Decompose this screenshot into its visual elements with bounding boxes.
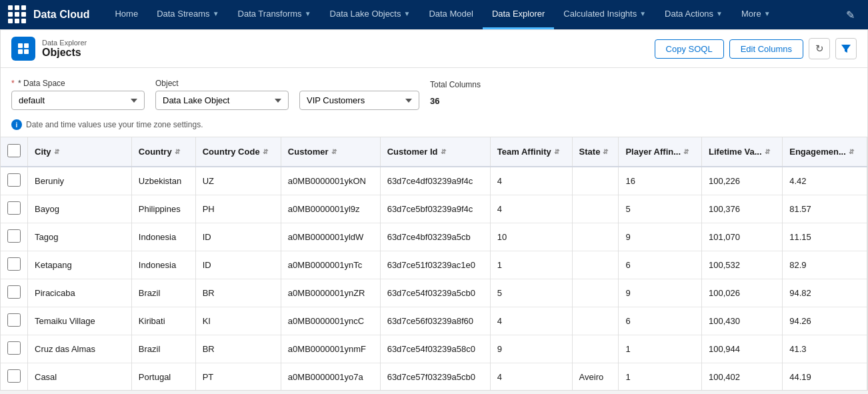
refresh-icon: ↻: [815, 43, 824, 55]
col-lifetime-va[interactable]: Lifetime Va... ⇵: [702, 137, 783, 167]
cell-lifetime-va: 101,070: [702, 223, 783, 251]
cell-lifetime-va: 100,430: [702, 307, 783, 335]
cell-country: Brazil: [131, 279, 195, 307]
col-customer-id[interactable]: Customer Id ⇵: [380, 137, 490, 167]
nav-home[interactable]: Home: [105, 0, 147, 29]
app-grid-icon[interactable]: [8, 5, 27, 24]
header-left: Data Explorer Objects: [11, 37, 87, 61]
col-team-affinity[interactable]: Team Affinity ⇵: [490, 137, 572, 167]
table-row: Ketapang Indonesia ID a0MB0000001ynTc 63…: [1, 251, 867, 279]
cell-country: Philippines: [131, 195, 195, 223]
object-select[interactable]: Data Lake Object Data Model Object Calcu…: [155, 91, 289, 110]
cell-customer-id: 63d7ce5bf03239a9f4c: [380, 195, 490, 223]
row-checkbox[interactable]: [1, 307, 28, 335]
svg-rect-1: [24, 43, 29, 48]
nav-data-actions[interactable]: Data Actions ▼: [655, 0, 732, 29]
row-checkbox[interactable]: [1, 195, 28, 223]
required-star: *: [11, 79, 15, 88]
cell-engagement: 4.42: [783, 167, 867, 195]
info-bar: i Date and time values use your time zon…: [1, 115, 867, 137]
header-bar: Data Explorer Objects Copy SOQL Edit Col…: [1, 30, 867, 68]
col-state[interactable]: State ⇵: [572, 137, 619, 167]
table-container[interactable]: City ⇵ Country ⇵ Country Code ⇵: [1, 137, 867, 390]
cell-player-affin: 5: [619, 195, 702, 223]
svg-rect-2: [18, 49, 23, 54]
cell-customer: a0MB0000001yldW: [281, 223, 380, 251]
cell-team-affinity: 4: [490, 195, 572, 223]
vip-customers-select[interactable]: VIP Customers: [299, 91, 419, 110]
col-city[interactable]: City ⇵: [28, 137, 132, 167]
content-area: Data Explorer Objects Copy SOQL Edit Col…: [0, 29, 868, 391]
total-columns-group: Total Columns 36: [430, 80, 481, 110]
cell-country-code: ID: [195, 223, 281, 251]
cell-engagement: 41.3: [783, 335, 867, 363]
cell-city: Piracicaba: [28, 279, 132, 307]
chevron-icon: ▼: [403, 10, 410, 17]
col-country-code[interactable]: Country Code ⇵: [195, 137, 281, 167]
col-player-affin[interactable]: Player Affin... ⇵: [619, 137, 702, 167]
total-columns-value: 36: [430, 92, 481, 110]
data-explorer-icon: [11, 37, 35, 61]
cell-country: Indonesia: [131, 223, 195, 251]
top-nav: Data Cloud Home Data Streams ▼ Data Tran…: [0, 0, 868, 29]
cell-country: Kiribati: [131, 307, 195, 335]
cell-city: Casal: [28, 363, 132, 391]
nav-data-model[interactable]: Data Model: [419, 0, 482, 29]
col-country[interactable]: Country ⇵: [131, 137, 195, 167]
cell-lifetime-va: 100,532: [702, 251, 783, 279]
row-checkbox[interactable]: [1, 251, 28, 279]
nav-data-transforms[interactable]: Data Transforms ▼: [229, 0, 321, 29]
chevron-icon: ▼: [639, 10, 646, 17]
cell-lifetime-va: 100,376: [702, 195, 783, 223]
col-customer[interactable]: Customer ⇵: [281, 137, 380, 167]
row-checkbox[interactable]: [1, 167, 28, 195]
nav-data-streams[interactable]: Data Streams ▼: [147, 0, 228, 29]
row-checkbox[interactable]: [1, 279, 28, 307]
row-checkbox[interactable]: [1, 363, 28, 391]
cell-customer-id: 63d7ce54f03239a58c0: [380, 335, 490, 363]
filter-button[interactable]: [835, 38, 857, 59]
edit-icon[interactable]: ✎: [841, 9, 860, 21]
data-space-select[interactable]: default: [11, 91, 145, 110]
cell-country-code: ID: [195, 251, 281, 279]
sort-icon: ⇵: [175, 148, 180, 155]
cell-customer: a0MB0000001ynZR: [281, 279, 380, 307]
col-checkbox[interactable]: [1, 137, 28, 167]
sort-icon: ⇵: [849, 148, 854, 155]
header-subtitle: Data Explorer: [42, 39, 87, 47]
row-checkbox[interactable]: [1, 223, 28, 251]
cell-country-code: BR: [195, 335, 281, 363]
nav-more[interactable]: More ▼: [732, 0, 780, 29]
cell-state: [572, 251, 619, 279]
cell-team-affinity: 5: [490, 279, 572, 307]
table-row: Beruniy Uzbekistan UZ a0MB0000001ykON 63…: [1, 167, 867, 195]
nav-data-explorer[interactable]: Data Explorer: [483, 0, 554, 29]
select-all-checkbox[interactable]: [7, 144, 21, 157]
edit-columns-button[interactable]: Edit Columns: [729, 39, 803, 59]
row-checkbox[interactable]: [1, 335, 28, 363]
nav-data-lake-objects[interactable]: Data Lake Objects ▼: [321, 0, 420, 29]
nav-calculated-insights[interactable]: Calculated Insights ▼: [554, 0, 655, 29]
header-title: Objects: [42, 47, 87, 59]
filter-icon: [841, 43, 851, 55]
col-engagement[interactable]: Engagemen... ⇵: [783, 137, 867, 167]
refresh-button[interactable]: ↻: [809, 38, 830, 59]
cell-player-affin: 6: [619, 307, 702, 335]
cell-customer: a0MB0000001yncC: [281, 307, 380, 335]
header-actions: Copy SOQL Edit Columns ↻: [655, 38, 857, 59]
cell-player-affin: 9: [619, 223, 702, 251]
cell-customer-id: 63d7ce4df03239a9f4c: [380, 167, 490, 195]
cell-city: Tagog: [28, 223, 132, 251]
copy-soql-button[interactable]: Copy SOQL: [655, 39, 724, 59]
cell-country: Portugal: [131, 363, 195, 391]
cell-engagement: 44.19: [783, 363, 867, 391]
cell-player-affin: 6: [619, 251, 702, 279]
cell-country: Indonesia: [131, 251, 195, 279]
sort-icon: ⇵: [554, 148, 559, 155]
cell-player-affin: 9: [619, 279, 702, 307]
table-row: Casal Portugal PT a0MB0000001yo7a 63d7ce…: [1, 363, 867, 391]
cell-team-affinity: 4: [490, 307, 572, 335]
cell-customer-id: 63d7ce56f03239a8f60: [380, 307, 490, 335]
cell-city: Ketapang: [28, 251, 132, 279]
sort-icon: ⇵: [683, 148, 689, 155]
